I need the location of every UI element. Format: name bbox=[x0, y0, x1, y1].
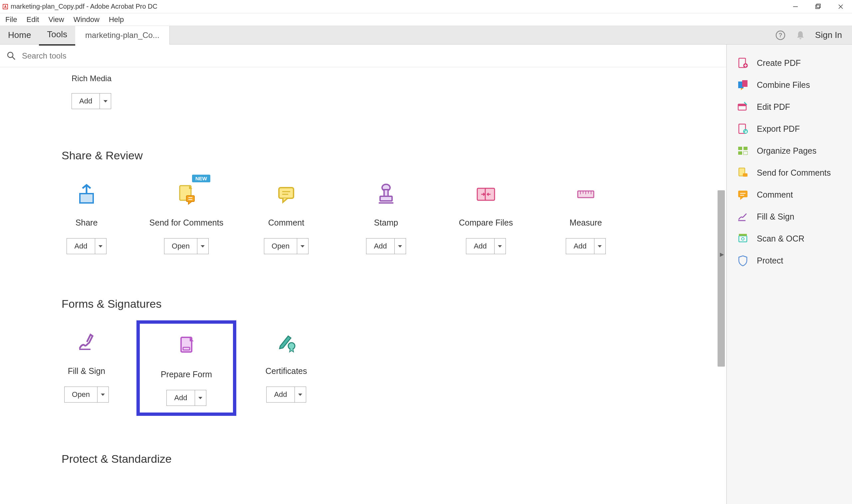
tool-card-compare[interactable]: Compare FilesAdd bbox=[436, 172, 536, 261]
menu-edit[interactable]: Edit bbox=[22, 13, 43, 26]
sidebar-item-organize[interactable]: Organize Pages bbox=[727, 140, 852, 162]
tab-document[interactable]: marketing-plan_Co... bbox=[75, 26, 170, 44]
sidebar-item-fill-sign-side[interactable]: Fill & Sign bbox=[727, 205, 852, 228]
notification-bell-icon[interactable] bbox=[795, 30, 806, 41]
sidebar-item-export-pdf[interactable]: Export PDF bbox=[727, 118, 852, 140]
measure-dropdown[interactable] bbox=[594, 238, 606, 254]
certificates-dropdown[interactable] bbox=[295, 386, 306, 402]
menu-file[interactable]: File bbox=[1, 13, 22, 26]
menu-help[interactable]: Help bbox=[104, 13, 128, 26]
tool-label: Share bbox=[75, 218, 98, 228]
tool-label: Comment bbox=[268, 218, 304, 228]
tool-label-rich-media: Rich Media bbox=[72, 74, 713, 83]
comment-dropdown[interactable] bbox=[297, 238, 308, 254]
menu-bar: File Edit View Window Help bbox=[0, 13, 852, 26]
section-share-review-title: Share & Review bbox=[61, 149, 713, 162]
tool-card-stamp[interactable]: StampAdd bbox=[336, 172, 436, 261]
prepare-form-dropdown[interactable] bbox=[195, 390, 206, 406]
sidebar-item-label: Send for Comments bbox=[757, 168, 831, 178]
side-panel-collapse-toggle[interactable]: ▶ bbox=[717, 248, 726, 261]
tool-card-send-comments[interactable]: NEWSend for CommentsOpen bbox=[137, 172, 236, 261]
menu-window[interactable]: Window bbox=[69, 13, 104, 26]
svg-rect-53 bbox=[739, 236, 747, 242]
rich-media-dropdown[interactable] bbox=[100, 93, 111, 109]
sidebar-item-label: Protect bbox=[757, 256, 783, 266]
comment-icon bbox=[273, 179, 300, 209]
search-input[interactable] bbox=[22, 51, 155, 60]
prepare-form-icon bbox=[173, 330, 200, 360]
tool-label: Send for Comments bbox=[149, 218, 223, 228]
stamp-add-button[interactable]: Add bbox=[366, 238, 394, 254]
prepare-form-add-button[interactable]: Add bbox=[166, 390, 195, 406]
tool-card-certificates[interactable]: CertificatesAdd bbox=[236, 320, 336, 416]
sidebar-item-label: Organize Pages bbox=[757, 146, 816, 156]
close-button[interactable] bbox=[836, 2, 845, 11]
section-protect-standardize-title: Protect & Standardize bbox=[61, 452, 713, 465]
measure-icon bbox=[572, 179, 599, 209]
fill-sign-open-button[interactable]: Open bbox=[64, 386, 97, 402]
rich-media-add-button[interactable]: Add bbox=[72, 93, 100, 109]
sign-in-link[interactable]: Sign In bbox=[815, 30, 842, 40]
svg-rect-43 bbox=[738, 147, 742, 150]
menu-view[interactable]: View bbox=[43, 13, 69, 26]
share-review-grid: ShareAddNEWSend for CommentsOpenCommentO… bbox=[37, 172, 713, 261]
compare-dropdown[interactable] bbox=[495, 238, 506, 254]
minimize-button[interactable] bbox=[791, 2, 800, 11]
sidebar-item-comment-side[interactable]: Comment bbox=[727, 184, 852, 205]
svg-rect-44 bbox=[744, 147, 747, 150]
svg-text:A: A bbox=[4, 5, 6, 8]
title-bar: A marketing-plan_Copy.pdf - Adobe Acroba… bbox=[0, 0, 852, 13]
share-add-button[interactable]: Add bbox=[67, 238, 95, 254]
share-dropdown[interactable] bbox=[95, 238, 107, 254]
stamp-dropdown[interactable] bbox=[395, 238, 406, 254]
send-comments-dropdown[interactable] bbox=[197, 238, 209, 254]
tab-home[interactable]: Home bbox=[0, 25, 39, 45]
scan-ocr-icon bbox=[737, 233, 749, 245]
compare-add-button[interactable]: Add bbox=[466, 238, 494, 254]
svg-rect-16 bbox=[279, 187, 294, 198]
sidebar-item-send-comments-side[interactable]: Send for Comments bbox=[727, 162, 852, 184]
tool-label: Prepare Form bbox=[161, 370, 212, 379]
stamp-icon bbox=[373, 179, 400, 209]
comment-open-button[interactable]: Open bbox=[264, 238, 297, 254]
section-forms-signatures-title: Forms & Signatures bbox=[61, 298, 713, 310]
send-comments-icon: NEW bbox=[173, 179, 200, 209]
fill-sign-dropdown[interactable] bbox=[97, 386, 109, 402]
tool-card-share[interactable]: ShareAdd bbox=[37, 172, 137, 261]
send-comments-open-button[interactable]: Open bbox=[164, 238, 197, 254]
comment-side-icon bbox=[737, 188, 749, 201]
tool-card-prepare-form[interactable]: Prepare FormAdd bbox=[137, 320, 236, 416]
tool-label: Stamp bbox=[374, 218, 398, 228]
svg-rect-49 bbox=[738, 191, 747, 197]
measure-add-button[interactable]: Add bbox=[566, 238, 594, 254]
maximize-button[interactable] bbox=[813, 2, 823, 11]
help-icon[interactable]: ? bbox=[775, 30, 786, 41]
tab-tools[interactable]: Tools bbox=[39, 24, 75, 46]
tool-card-measure[interactable]: MeasureAdd bbox=[536, 172, 636, 261]
sidebar-item-combine[interactable]: Combine Files bbox=[727, 74, 852, 96]
sidebar-item-create-pdf[interactable]: Create PDF bbox=[727, 52, 852, 74]
svg-rect-38 bbox=[742, 80, 747, 87]
sidebar-item-protect[interactable]: Protect bbox=[727, 250, 852, 271]
sidebar-item-label: Combine Files bbox=[757, 80, 810, 90]
svg-rect-21 bbox=[380, 196, 392, 201]
sidebar-item-edit-pdf[interactable]: Edit PDF bbox=[727, 96, 852, 118]
scrollbar-thumb[interactable] bbox=[717, 190, 725, 366]
svg-point-9 bbox=[8, 52, 13, 57]
tools-scroll-area[interactable]: Rich Media Add Share & Review ShareAddNE… bbox=[0, 67, 726, 504]
sidebar-item-label: Edit PDF bbox=[757, 102, 790, 112]
tool-label: Compare Files bbox=[459, 218, 513, 228]
fill-sign-icon bbox=[73, 327, 100, 357]
scrollbar-track[interactable] bbox=[716, 67, 726, 504]
sidebar-item-label: Comment bbox=[757, 190, 793, 200]
sidebar-item-scan-ocr[interactable]: Scan & OCR bbox=[727, 228, 852, 250]
edit-pdf-icon bbox=[737, 101, 749, 113]
svg-rect-40 bbox=[738, 104, 746, 106]
svg-rect-48 bbox=[743, 173, 747, 177]
create-pdf-icon bbox=[737, 57, 749, 69]
sidebar-item-label: Create PDF bbox=[757, 58, 801, 68]
tool-card-fill-sign[interactable]: Fill & SignOpen bbox=[37, 320, 137, 416]
certificates-add-button[interactable]: Add bbox=[266, 386, 295, 402]
svg-rect-54 bbox=[739, 234, 747, 236]
tool-card-comment[interactable]: CommentOpen bbox=[236, 172, 336, 261]
